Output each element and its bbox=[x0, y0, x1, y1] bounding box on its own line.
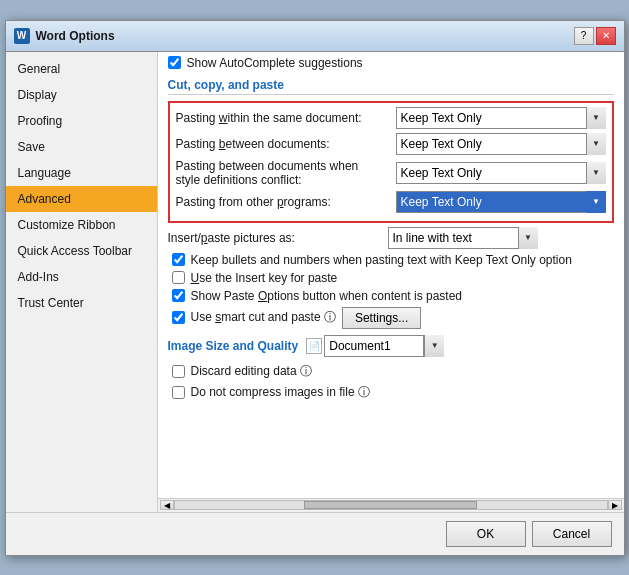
no-compress-row: Do not compress images in file ⓘ bbox=[168, 384, 614, 401]
title-bar: W Word Options ? ✕ bbox=[6, 21, 624, 52]
smart-cut-checkbox[interactable] bbox=[172, 311, 185, 324]
scroll-right-btn[interactable]: ▶ bbox=[608, 500, 622, 510]
discard-editing-checkbox[interactable] bbox=[172, 365, 185, 378]
insert-paste-label: Insert/paste pictures as: bbox=[168, 231, 388, 245]
close-button[interactable]: ✕ bbox=[596, 27, 616, 45]
paste-within-label: Pasting within the same document: bbox=[176, 111, 396, 125]
paste-between-row: Pasting between documents: Keep Text Onl… bbox=[176, 133, 606, 155]
image-quality-section: Image Size and Quality 📄 Document1 ▼ bbox=[168, 335, 614, 401]
show-paste-row: Show Paste Options button when content i… bbox=[168, 289, 614, 303]
cut-copy-paste-header: Cut, copy, and paste bbox=[168, 78, 614, 95]
ok-button[interactable]: OK bbox=[446, 521, 526, 547]
show-paste-label: Show Paste Options button when content i… bbox=[191, 289, 463, 303]
paste-other-label: Pasting from other programs: bbox=[176, 195, 396, 209]
paste-within-select-wrapper: Keep Text Only Keep Source Formatting Me… bbox=[396, 107, 606, 129]
h-scroll-track[interactable] bbox=[174, 500, 608, 510]
sidebar-item-trust-center[interactable]: Trust Center bbox=[6, 290, 157, 316]
sidebar-item-customize-ribbon[interactable]: Customize Ribbon bbox=[6, 212, 157, 238]
discard-editing-row: Discard editing data ⓘ bbox=[168, 363, 614, 380]
paste-options-box: Pasting within the same document: Keep T… bbox=[168, 101, 614, 223]
paste-within-select[interactable]: Keep Text Only Keep Source Formatting Me… bbox=[396, 107, 606, 129]
main-scroll[interactable]: Show AutoComplete suggestions Cut, copy,… bbox=[158, 52, 624, 498]
keep-bullets-label: Keep bullets and numbers when pasting te… bbox=[191, 253, 572, 267]
insert-paste-select[interactable]: In line with text Square Tight bbox=[388, 227, 538, 249]
paste-other-select-wrapper: Keep Text Only Keep Source Formatting Me… bbox=[396, 191, 606, 213]
scroll-left-btn[interactable]: ◀ bbox=[160, 500, 174, 510]
no-compress-checkbox[interactable] bbox=[172, 386, 185, 399]
sidebar-item-general[interactable]: General bbox=[6, 56, 157, 82]
paste-between-select-wrapper: Keep Text Only Keep Source Formatting Me… bbox=[396, 133, 606, 155]
autocomplete-label: Show AutoComplete suggestions bbox=[187, 56, 363, 70]
paste-other-select[interactable]: Keep Text Only Keep Source Formatting Me… bbox=[396, 191, 606, 213]
paste-between-label: Pasting between documents: bbox=[176, 137, 396, 151]
sidebar-item-save[interactable]: Save bbox=[6, 134, 157, 160]
insert-key-label: Use the Insert key for paste bbox=[191, 271, 338, 285]
keep-bullets-checkbox[interactable] bbox=[172, 253, 185, 266]
sidebar: General Display Proofing Save Language A… bbox=[6, 52, 158, 512]
paste-conflict-label: Pasting between documents whenstyle defi… bbox=[176, 159, 396, 187]
insert-paste-select-wrapper: In line with text Square Tight ▼ bbox=[388, 227, 538, 249]
sidebar-item-display[interactable]: Display bbox=[6, 82, 157, 108]
paste-other-row: Pasting from other programs: Keep Text O… bbox=[176, 191, 606, 213]
dialog-title: Word Options bbox=[36, 29, 115, 43]
sidebar-item-language[interactable]: Language bbox=[6, 160, 157, 186]
sidebar-item-quick-access[interactable]: Quick Access Toolbar bbox=[6, 238, 157, 264]
h-scroll-thumb bbox=[304, 501, 477, 509]
title-bar-left: W Word Options bbox=[14, 28, 115, 44]
dialog-footer: OK Cancel bbox=[6, 512, 624, 555]
doc-select-wrapper: 📄 Document1 ▼ bbox=[306, 335, 444, 357]
sidebar-item-proofing[interactable]: Proofing bbox=[6, 108, 157, 134]
show-paste-checkbox[interactable] bbox=[172, 289, 185, 302]
insert-key-checkbox[interactable] bbox=[172, 271, 185, 284]
paste-within-row: Pasting within the same document: Keep T… bbox=[176, 107, 606, 129]
sidebar-item-advanced[interactable]: Advanced bbox=[6, 186, 157, 212]
no-compress-label: Do not compress images in file ⓘ bbox=[191, 384, 370, 401]
image-quality-header: Image Size and Quality 📄 Document1 ▼ bbox=[168, 335, 614, 357]
discard-editing-label: Discard editing data ⓘ bbox=[191, 363, 312, 380]
paste-conflict-row: Pasting between documents whenstyle defi… bbox=[176, 159, 606, 187]
smart-cut-label: Use smart cut and paste ⓘ bbox=[191, 309, 336, 326]
paste-conflict-select-wrapper: Keep Text Only Keep Source Formatting Me… bbox=[396, 162, 606, 184]
smart-cut-row: Use smart cut and paste ⓘ Settings... bbox=[168, 307, 614, 329]
insert-paste-row: Insert/paste pictures as: In line with t… bbox=[168, 227, 614, 249]
keep-bullets-row: Keep bullets and numbers when pasting te… bbox=[168, 253, 614, 267]
doc-select-arrow: ▼ bbox=[424, 335, 444, 357]
content-area: Show AutoComplete suggestions Cut, copy,… bbox=[158, 52, 624, 512]
doc-select[interactable]: Document1 bbox=[324, 335, 424, 357]
autocomplete-checkbox[interactable] bbox=[168, 56, 181, 69]
horizontal-scrollbar[interactable]: ◀ ▶ bbox=[158, 498, 624, 512]
cancel-button[interactable]: Cancel bbox=[532, 521, 612, 547]
word-options-dialog: W Word Options ? ✕ General Display Proof… bbox=[5, 20, 625, 556]
title-buttons: ? ✕ bbox=[574, 27, 616, 45]
insert-key-row: Use the Insert key for paste bbox=[168, 271, 614, 285]
image-quality-title: Image Size and Quality bbox=[168, 339, 299, 353]
paste-between-select[interactable]: Keep Text Only Keep Source Formatting Me… bbox=[396, 133, 606, 155]
doc-icon: 📄 bbox=[306, 338, 322, 354]
sidebar-item-add-ins[interactable]: Add-Ins bbox=[6, 264, 157, 290]
autocomplete-row: Show AutoComplete suggestions bbox=[168, 56, 614, 70]
settings-button[interactable]: Settings... bbox=[342, 307, 421, 329]
app-icon: W bbox=[14, 28, 30, 44]
dialog-body: General Display Proofing Save Language A… bbox=[6, 52, 624, 512]
help-button[interactable]: ? bbox=[574, 27, 594, 45]
paste-conflict-select[interactable]: Keep Text Only Keep Source Formatting Me… bbox=[396, 162, 606, 184]
